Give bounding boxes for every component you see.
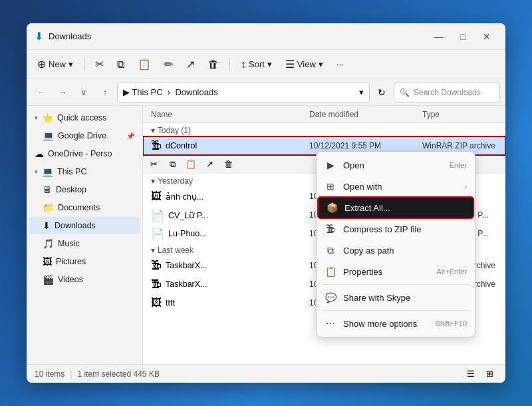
ctx-extract-label: Extract All...	[344, 203, 466, 213]
pictures-icon: 🖼	[43, 256, 52, 267]
col-name-header: Name	[143, 110, 309, 119]
copy-button[interactable]: ⧉	[112, 54, 130, 75]
search-icon: 🔍	[400, 88, 410, 97]
sidebar-item-downloads[interactable]: ⬇ Downloads	[29, 217, 140, 234]
sidebar-item-quick-access[interactable]: ▾ ⭐ Quick access	[29, 109, 140, 126]
sidebar-item-documents[interactable]: 📁 Documents	[29, 199, 140, 216]
share-icon: ↗	[186, 58, 195, 71]
open-with-icon: ⊞	[325, 181, 336, 192]
ctx-share-skype-label: Share with Skype	[343, 293, 467, 303]
file-list-area: Name Date modified Type ▾ Today (1) 🗜 dC…	[143, 106, 505, 364]
ctx-more-options[interactable]: ⋯ Show more options Shift+F10	[317, 313, 475, 334]
copy-icon: ⧉	[117, 59, 124, 71]
file-name: Lu-Phuo...	[168, 229, 207, 238]
title-bar: ⬇ Downloads — □ ✕	[27, 23, 505, 50]
view-dropdown-icon: ▾	[319, 59, 323, 69]
main-content: ▾ ⭐ Quick access 💻 Google Drive 📌 ☁ OneD…	[27, 106, 505, 364]
maximize-button[interactable]: □	[452, 27, 473, 46]
sidebar-item-this-pc[interactable]: ▾ 💻 This PC	[29, 163, 140, 180]
open-icon: ▶	[325, 160, 336, 170]
path-dropdown-icon: ▾	[359, 87, 364, 97]
inline-paste-button[interactable]: 📋	[183, 157, 199, 172]
rename-button[interactable]: ✏	[159, 54, 178, 75]
path-text: ▶ This PC › Downloads	[123, 87, 218, 97]
window-title: Downloads	[49, 31, 428, 41]
sort-icon: ↕	[241, 59, 246, 71]
close-button[interactable]: ✕	[476, 27, 497, 46]
view-icon: ☰	[285, 58, 295, 71]
this-pc-icon: 💻	[42, 166, 53, 177]
file-name-cell: 📄 Lu-Phuo...	[143, 228, 309, 240]
expand-lastweek-icon: ▾	[151, 246, 155, 255]
cut-icon: ✂	[95, 58, 104, 71]
paste-button[interactable]: 📋	[132, 54, 156, 75]
sidebar-item-desktop[interactable]: 🖥 Desktop	[29, 181, 140, 198]
new-button[interactable]: ⊕ New ▾	[32, 54, 78, 75]
share-button[interactable]: ↗	[181, 54, 200, 75]
file-name: TaskbarX...	[166, 261, 207, 270]
file-name-cell: 🖼 ảnh chụ...	[143, 190, 309, 202]
address-bar: ← → ∨ ↑ ▶ This PC › Downloads ▾ ↻ 🔍 Sear…	[27, 79, 505, 106]
expand-arrow-icon: ▾	[35, 168, 38, 175]
ctx-share-skype[interactable]: 💬 Share with Skype	[317, 287, 475, 308]
inline-share-button[interactable]: ↗	[201, 157, 217, 172]
file-icon: 🗜	[151, 278, 162, 290]
selected-info: 1 item selected 445 KB	[77, 369, 159, 379]
file-name: ảnh chụ...	[166, 192, 203, 202]
ctx-open[interactable]: ▶ Open Enter	[317, 154, 475, 176]
properties-icon: 📋	[325, 266, 336, 277]
sidebar-item-google-drive[interactable]: 💻 Google Drive 📌	[29, 127, 140, 144]
back-button[interactable]: ←	[32, 83, 51, 102]
sidebar: ▾ ⭐ Quick access 💻 Google Drive 📌 ☁ OneD…	[27, 106, 143, 364]
documents-icon: 📁	[43, 202, 54, 213]
refresh-button[interactable]: ↻	[372, 83, 391, 102]
desktop-icon: 🖥	[43, 184, 52, 195]
ctx-separator-2	[322, 310, 469, 311]
inline-delete-button[interactable]: 🗑	[220, 157, 236, 172]
cut-button[interactable]: ✂	[90, 54, 109, 75]
quick-access-icon: ⭐	[42, 112, 53, 123]
search-box[interactable]: 🔍 Search Downloads	[394, 83, 500, 102]
toolbar-separator-2	[229, 58, 230, 71]
inline-cut-button[interactable]: ✂	[146, 157, 162, 172]
file-name-cell: 🗜 dControl	[143, 140, 309, 152]
search-placeholder: Search Downloads	[414, 88, 481, 97]
ctx-copy-path[interactable]: ⧉ Copy as path	[317, 240, 475, 261]
list-view-button[interactable]: ☰	[463, 367, 479, 381]
file-list-header: Name Date modified Type	[143, 106, 505, 123]
sidebar-item-onedrive[interactable]: ☁ OneDrive - Perso	[29, 145, 140, 162]
videos-icon: 🎬	[43, 274, 54, 285]
sidebar-item-music[interactable]: 🎵 Music	[29, 235, 140, 252]
file-explorer-window: ⬇ Downloads — □ ✕ ⊕ New ▾ ✂ ⧉ 📋 ✏ ↗	[27, 23, 505, 383]
file-name-cell: 🖼 tttt	[143, 297, 309, 309]
view-button[interactable]: ☰ View ▾	[280, 54, 329, 75]
sidebar-item-label: Downloads	[55, 221, 134, 230]
up-button[interactable]: ↑	[96, 83, 114, 102]
sidebar-item-pictures[interactable]: 🖼 Pictures	[29, 253, 140, 270]
sort-dropdown-icon: ▾	[267, 59, 272, 69]
file-name-cell: 🗜 TaskbarX...	[143, 260, 309, 272]
file-name-cell: 📄 CV_Lữ P...	[143, 209, 309, 222]
sort-button[interactable]: ↕ Sort ▾	[235, 54, 277, 75]
view-label: View	[297, 59, 316, 69]
ctx-compress[interactable]: 🗜 Compress to ZIP file	[317, 218, 475, 240]
ctx-extract-all[interactable]: 📦 Extract All...	[318, 197, 473, 218]
delete-button[interactable]: 🗑	[203, 54, 224, 75]
forward-button[interactable]: →	[53, 83, 72, 102]
copy-path-icon: ⧉	[325, 245, 336, 256]
title-bar-controls: — □ ✕	[428, 27, 497, 46]
minimize-button[interactable]: —	[428, 27, 450, 46]
more-button[interactable]: ···	[331, 54, 349, 75]
file-icon: 🗜	[151, 260, 162, 272]
grid-view-button[interactable]: ⊞	[481, 367, 497, 381]
ctx-properties[interactable]: 📋 Properties Alt+Enter	[317, 261, 475, 282]
ctx-open-with[interactable]: ⊞ Open with ›	[317, 176, 475, 197]
file-name: tttt	[166, 298, 175, 307]
address-path[interactable]: ▶ This PC › Downloads ▾	[117, 83, 370, 102]
status-bar: 10 items | 1 item selected 445 KB ☰ ⊞	[27, 364, 505, 383]
group-lastweek-label: Last week	[158, 246, 194, 255]
sidebar-item-videos[interactable]: 🎬 Videos	[29, 271, 140, 288]
dropdown-button[interactable]: ∨	[74, 83, 93, 102]
ctx-more-options-shortcut: Shift+F10	[436, 319, 467, 327]
inline-copy-button[interactable]: ⧉	[164, 157, 180, 172]
